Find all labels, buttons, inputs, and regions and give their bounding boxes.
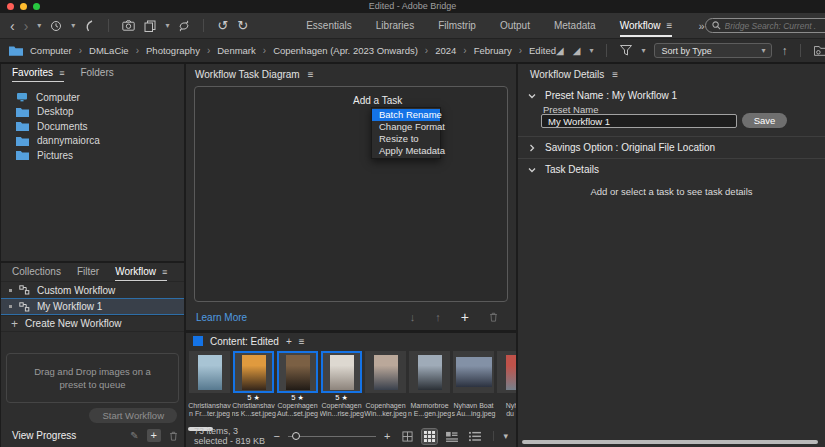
quality-dropdown-icon[interactable]: ▾: [589, 47, 593, 55]
thumbnail[interactable]: ★ Christianshav n Fr...ter.jpeg: [189, 351, 230, 427]
sort-ascending-icon[interactable]: ↑: [781, 45, 787, 57]
create-new-workflow-button[interactable]: + Create New Workflow: [1, 315, 184, 332]
view-options-icon[interactable]: ▾: [493, 431, 508, 441]
workflow-dropzone[interactable]: Drag and Drop images on a preset to queu…: [6, 353, 179, 403]
list-view-icon[interactable]: [467, 429, 483, 444]
thumbnail[interactable]: ★ Marmorbroe n E...gen.jpeg: [409, 351, 450, 427]
open-recent-folder-icon[interactable]: [814, 45, 825, 56]
move-task-down-icon[interactable]: ↓: [410, 311, 416, 323]
sort-select[interactable]: Sort by Type ▾: [654, 43, 772, 58]
filter-dropdown-icon[interactable]: ▾: [641, 47, 645, 55]
thumbnail[interactable]: ★ Copenhagen Win...ker.jpeg: [365, 351, 406, 427]
search-input[interactable]: [725, 21, 825, 31]
workspace-tab[interactable]: Workflow ≡: [620, 15, 673, 37]
sync-icon[interactable]: [178, 20, 190, 32]
favorites-item[interactable]: Desktop: [1, 105, 184, 120]
boomerang-icon[interactable]: [84, 20, 95, 32]
redo-icon[interactable]: ↻: [237, 19, 248, 32]
delete-task-icon[interactable]: [489, 312, 498, 322]
workspace-menu-icon[interactable]: ≡: [667, 20, 673, 31]
preset-name-section-header[interactable]: Preset Name : My Workflow 1: [518, 88, 825, 103]
add-preset-button[interactable]: +: [147, 429, 161, 442]
learn-more-link[interactable]: Learn More: [196, 312, 247, 323]
task-details-section-header[interactable]: Task Details: [518, 162, 825, 177]
panel-menu-icon[interactable]: ≡: [299, 336, 305, 347]
breadcrumb-item[interactable]: Copenhagen (Apr. 2023 Onwards): [273, 45, 435, 56]
favorites-item[interactable]: dannymaiorca: [1, 134, 184, 149]
slider-thumb[interactable]: [292, 432, 300, 440]
thumbnail[interactable]: 5★ Copenhagen Aut...set.jpeg: [277, 351, 318, 427]
forward-icon[interactable]: ›: [24, 19, 29, 33]
breadcrumb-item[interactable]: 2024: [435, 45, 473, 56]
add-task-menu-item[interactable]: Apply Metadata: [372, 145, 440, 157]
add-task-button[interactable]: Add a Task: [353, 95, 402, 106]
thumbnail-smaller-icon[interactable]: −: [274, 430, 280, 442]
workflow-preset-item[interactable]: My Workflow 1: [1, 298, 184, 315]
filter-icon[interactable]: [620, 45, 632, 56]
thumbnail-view-icon[interactable]: [422, 429, 437, 444]
bridge-search[interactable]: [705, 18, 825, 33]
panel-tab[interactable]: Favorites ≡: [12, 64, 64, 82]
workspace-tab[interactable]: Filmstrip ≡: [438, 15, 476, 37]
breadcrumb-item[interactable]: Photography: [146, 45, 217, 56]
thumbnail[interactable]: ★ Nyhavn du Dau: [497, 351, 516, 427]
workflow-preset-item[interactable]: Custom Workflow: [1, 281, 184, 298]
breadcrumb-item[interactable]: Edited: [529, 45, 556, 56]
add-task-icon[interactable]: +: [461, 309, 469, 325]
favorites-item[interactable]: Documents: [1, 119, 184, 134]
favorites-item[interactable]: Pictures: [1, 148, 184, 163]
savings-option-section-header[interactable]: Savings Option : Original File Location: [518, 140, 825, 155]
favorites-item[interactable]: Computer: [1, 90, 184, 105]
preset-name-input[interactable]: [541, 114, 737, 128]
save-button[interactable]: Save: [742, 113, 787, 128]
start-workflow-button[interactable]: Start Workflow: [89, 408, 177, 423]
add-task-menu-item[interactable]: Batch Rename: [372, 109, 440, 121]
workflow-details-title: Workflow Details: [530, 69, 604, 80]
thumbnail-larger-icon[interactable]: +: [384, 430, 390, 442]
edit-preset-icon[interactable]: ✎: [130, 430, 138, 441]
breadcrumb-item[interactable]: DMLaCie: [89, 45, 146, 56]
view-progress-link[interactable]: View Progress: [12, 430, 76, 441]
workspace-tab[interactable]: Output ≡: [500, 15, 530, 37]
thumbnail-filename: Copenhagen: [276, 402, 320, 410]
undo-icon[interactable]: ↺: [217, 19, 228, 32]
breadcrumb-item[interactable]: Computer: [30, 45, 89, 56]
folder-icon: [16, 121, 29, 131]
content-add-icon[interactable]: +: [286, 336, 292, 347]
thumbnail-size-slider[interactable]: [288, 431, 376, 441]
thumbnail-quality-icon[interactable]: ◢: [556, 45, 564, 56]
panel-tab[interactable]: Workflow ≡: [115, 263, 167, 281]
panel-menu-icon[interactable]: ≡: [59, 68, 64, 78]
panel-tab[interactable]: Folders ≡: [80, 64, 113, 82]
add-task-menu-item[interactable]: Resize to: [372, 133, 440, 145]
panel-tab[interactable]: Filter ≡: [77, 263, 99, 281]
recent-files-icon[interactable]: [50, 20, 62, 32]
panel-menu-icon[interactable]: ≡: [162, 267, 167, 277]
thumbnail[interactable]: 5★ Copenhagen Win...rise.jpeg: [321, 351, 362, 427]
panel-tab[interactable]: Collections ≡: [12, 263, 61, 281]
panel-menu-icon[interactable]: ≡: [308, 69, 314, 80]
thumbnail[interactable]: 5★ Christianshav ns K...set.jpeg: [233, 351, 274, 427]
breadcrumb-item[interactable]: Denmark: [217, 45, 273, 56]
details-horizontal-scrollbar[interactable]: [522, 440, 818, 444]
move-task-up-icon[interactable]: ↑: [435, 311, 441, 323]
task-diagram-canvas[interactable]: Add a Task Batch Rename Change Format Re…: [194, 86, 508, 302]
nav-dropdown-icon[interactable]: ▾: [37, 22, 41, 30]
computer-icon: [16, 92, 28, 102]
preview-quality-icon[interactable]: ◢: [573, 45, 581, 56]
back-icon[interactable]: ‹: [10, 19, 15, 33]
thumbnail[interactable]: ★ Nyhavn Boat s Au...ing.jpeg: [453, 351, 494, 427]
panel-menu-icon[interactable]: ≡: [612, 69, 618, 80]
workspace-tab[interactable]: Libraries ≡: [376, 15, 414, 37]
recent-dropdown-icon[interactable]: ▾: [71, 22, 75, 30]
details-view-icon[interactable]: [444, 429, 460, 444]
breadcrumb-item[interactable]: February: [474, 45, 529, 56]
get-photos-camera-icon[interactable]: [122, 20, 135, 31]
grid-lock-view-icon[interactable]: [400, 429, 415, 444]
delete-preset-icon[interactable]: [169, 431, 178, 441]
workspace-tab[interactable]: Essentials ≡: [306, 15, 352, 37]
add-task-menu-item[interactable]: Change Format: [372, 121, 440, 133]
batch-dropdown-icon[interactable]: ▾: [165, 22, 169, 30]
workspace-tab[interactable]: Metadata ≡: [554, 15, 596, 37]
batch-copy-icon[interactable]: [144, 20, 156, 32]
